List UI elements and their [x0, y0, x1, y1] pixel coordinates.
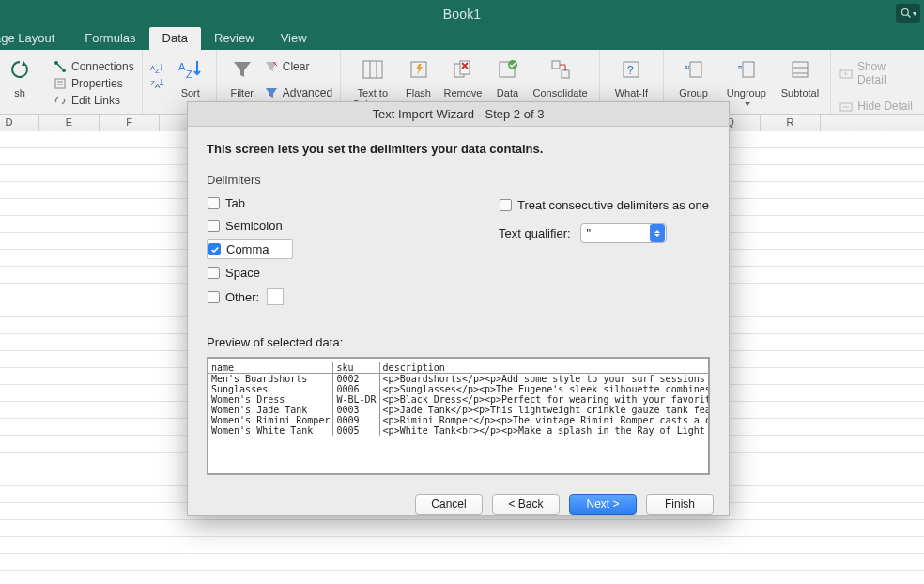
consolidate-icon [547, 55, 575, 84]
svg-line-1 [907, 15, 910, 18]
checkbox-space[interactable]: Space [207, 264, 293, 282]
sort-desc[interactable]: ZA [148, 76, 167, 89]
svg-text:?: ? [627, 64, 634, 77]
cancel-button[interactable]: Cancel [415, 494, 483, 515]
sort-asc[interactable]: AZ [148, 61, 167, 74]
svg-rect-25 [552, 61, 560, 69]
dialog-title: Text Import Wizard - Step 2 of 3 [188, 102, 729, 127]
ribbon-tabs: age Layout Formulas Data Review View [0, 27, 924, 50]
document-title: Book1 [443, 7, 482, 22]
show-detail-button[interactable]: +Show Detail [837, 59, 918, 87]
checkbox-checked-icon [208, 243, 221, 255]
filter-button[interactable]: Filter [223, 54, 262, 100]
chevron-down-icon: ▾ [913, 9, 916, 18]
checkbox-icon [208, 291, 220, 303]
column-header[interactable]: D [0, 115, 39, 131]
titlebar: Book1 ▾ [0, 0, 924, 27]
preview-header-name: name [208, 362, 333, 374]
hide-detail-icon [839, 100, 854, 113]
clear-icon [264, 60, 279, 73]
preview-row: Men's Boardshorts0002<p>Boardshorts</p><… [208, 374, 710, 385]
svg-rect-35 [793, 62, 808, 77]
svg-rect-15 [363, 61, 382, 78]
connections-icon [53, 60, 68, 73]
subtotal-icon [786, 55, 814, 84]
svg-text:+: + [685, 63, 690, 71]
svg-rect-5 [55, 79, 65, 88]
flash-fill-icon [405, 55, 433, 84]
delimiters-label: Delimiters [207, 173, 710, 187]
svg-text:A: A [178, 61, 186, 72]
column-header[interactable]: F [100, 115, 160, 131]
properties-button[interactable]: Properties [51, 76, 136, 91]
preview-row: Women's White Tank0005<p>White Tank<br><… [208, 425, 710, 436]
advanced-icon [264, 86, 279, 100]
data-validation-icon [493, 55, 521, 84]
remove-duplicates-icon [449, 55, 477, 84]
svg-rect-29 [690, 62, 701, 77]
tab-page-layout[interactable]: age Layout [0, 27, 71, 50]
svg-rect-20 [460, 61, 470, 74]
connections-button[interactable]: Connections [51, 59, 136, 74]
svg-line-4 [57, 64, 63, 69]
back-button[interactable]: < Back [492, 494, 560, 515]
preview-header-sku: sku [333, 362, 379, 374]
sort-button[interactable]: AZ Sort [171, 54, 210, 99]
show-detail-icon: + [839, 67, 854, 80]
checkbox-icon [208, 197, 220, 209]
finish-button[interactable]: Finish [646, 494, 714, 515]
subtotal-button[interactable]: Subtotal [776, 54, 824, 110]
search-pill[interactable]: ▾ [896, 4, 920, 23]
checkbox-tab[interactable]: Tab [207, 194, 293, 212]
text-qualifier-select[interactable]: " [580, 223, 667, 243]
checkbox-comma[interactable]: Comma [207, 239, 293, 259]
refresh-button[interactable]: sh [0, 54, 39, 99]
column-header[interactable]: R [761, 115, 821, 131]
svg-rect-32 [743, 62, 754, 77]
refresh-icon [6, 55, 34, 84]
svg-text:Z: Z [186, 69, 192, 80]
svg-point-0 [901, 9, 908, 16]
tab-review[interactable]: Review [201, 27, 268, 50]
preview-row: Sunglasses0006<p>Sunglasses</p><p>The Eu… [208, 384, 710, 394]
checkbox-semicolon[interactable]: Semicolon [207, 217, 293, 235]
edit-links-icon [53, 94, 68, 107]
other-delimiter-input[interactable] [267, 288, 284, 305]
preview-header-description: description [379, 362, 710, 374]
preview-row: Women's DressW-BL-DR<p>Black Dress</p><p… [208, 394, 710, 405]
preview-row: Women's Jade Tank0003<p>Jade Tank</p><p>… [208, 405, 710, 415]
ungroup-icon [732, 55, 761, 84]
checkbox-icon [208, 220, 220, 232]
dialog-heading: This screen lets you set the delimiters … [207, 142, 710, 156]
column-header[interactable]: E [39, 115, 100, 131]
svg-text:Z: Z [155, 67, 160, 75]
tab-data[interactable]: Data [149, 27, 201, 50]
clear-filter-button[interactable]: Clear [262, 59, 334, 74]
text-qualifier-label: Text qualifier: [499, 226, 571, 240]
what-if-icon: ? [617, 55, 645, 84]
properties-icon [53, 77, 68, 90]
sort-asc-icon: AZ [150, 62, 165, 73]
sort-desc-icon: ZA [150, 77, 165, 88]
next-button[interactable]: Next > [569, 494, 637, 515]
svg-rect-26 [562, 70, 569, 78]
preview-row: Women's Rimini Romper0009<p>Rimini Rompe… [208, 415, 710, 425]
hide-detail-button[interactable]: Hide Detail [837, 99, 918, 114]
preview-pane: name sku description Men's Boardshorts00… [207, 357, 710, 475]
svg-text:+: + [843, 69, 848, 79]
filter-icon [228, 55, 256, 84]
tab-formulas[interactable]: Formulas [71, 27, 148, 50]
text-import-wizard-dialog: Text Import Wizard - Step 2 of 3 This sc… [187, 101, 730, 516]
select-stepper-icon [650, 224, 665, 242]
text-to-columns-icon [359, 55, 387, 84]
sort-icon: AZ [177, 55, 205, 84]
checkbox-other[interactable]: Other: [207, 286, 293, 307]
edit-links-button[interactable]: Edit Links [51, 93, 136, 108]
advanced-filter-button[interactable]: Advanced [262, 85, 334, 100]
preview-label: Preview of selected data: [207, 335, 710, 349]
tab-view[interactable]: View [268, 27, 320, 50]
preview-table: name sku description Men's Boardshorts00… [208, 362, 710, 436]
group-icon: + [680, 55, 708, 84]
svg-text:A: A [155, 82, 161, 90]
checkbox-treat-consecutive[interactable]: Treat consecutive delimiters as one [499, 196, 710, 214]
